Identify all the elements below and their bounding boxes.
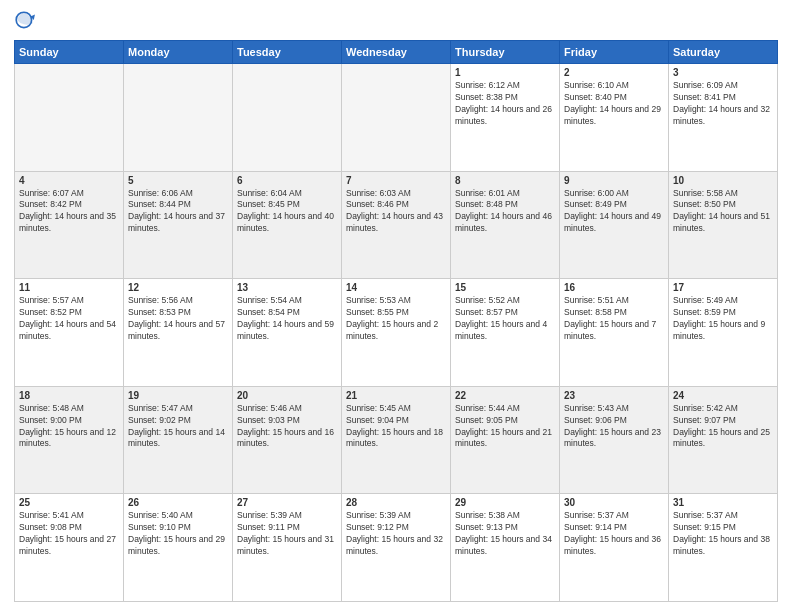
day-info: Sunrise: 5:40 AM Sunset: 9:10 PM Dayligh… — [128, 510, 228, 558]
day-number: 24 — [673, 390, 773, 401]
day-info: Sunrise: 5:53 AM Sunset: 8:55 PM Dayligh… — [346, 295, 446, 343]
calendar-cell: 10Sunrise: 5:58 AM Sunset: 8:50 PM Dayli… — [669, 171, 778, 279]
calendar-cell — [15, 64, 124, 172]
day-number: 29 — [455, 497, 555, 508]
calendar-cell: 29Sunrise: 5:38 AM Sunset: 9:13 PM Dayli… — [451, 494, 560, 602]
calendar-cell: 22Sunrise: 5:44 AM Sunset: 9:05 PM Dayli… — [451, 386, 560, 494]
day-number: 10 — [673, 175, 773, 186]
day-info: Sunrise: 6:04 AM Sunset: 8:45 PM Dayligh… — [237, 188, 337, 236]
calendar-cell: 24Sunrise: 5:42 AM Sunset: 9:07 PM Dayli… — [669, 386, 778, 494]
day-number: 26 — [128, 497, 228, 508]
day-info: Sunrise: 5:57 AM Sunset: 8:52 PM Dayligh… — [19, 295, 119, 343]
day-number: 17 — [673, 282, 773, 293]
day-info: Sunrise: 5:49 AM Sunset: 8:59 PM Dayligh… — [673, 295, 773, 343]
day-info: Sunrise: 5:42 AM Sunset: 9:07 PM Dayligh… — [673, 403, 773, 451]
calendar-cell: 3Sunrise: 6:09 AM Sunset: 8:41 PM Daylig… — [669, 64, 778, 172]
day-info: Sunrise: 5:38 AM Sunset: 9:13 PM Dayligh… — [455, 510, 555, 558]
calendar-cell: 20Sunrise: 5:46 AM Sunset: 9:03 PM Dayli… — [233, 386, 342, 494]
day-number: 1 — [455, 67, 555, 78]
calendar-cell: 17Sunrise: 5:49 AM Sunset: 8:59 PM Dayli… — [669, 279, 778, 387]
day-info: Sunrise: 5:39 AM Sunset: 9:11 PM Dayligh… — [237, 510, 337, 558]
calendar-cell: 12Sunrise: 5:56 AM Sunset: 8:53 PM Dayli… — [124, 279, 233, 387]
day-info: Sunrise: 6:09 AM Sunset: 8:41 PM Dayligh… — [673, 80, 773, 128]
calendar-cell: 4Sunrise: 6:07 AM Sunset: 8:42 PM Daylig… — [15, 171, 124, 279]
calendar-cell: 14Sunrise: 5:53 AM Sunset: 8:55 PM Dayli… — [342, 279, 451, 387]
calendar-cell: 25Sunrise: 5:41 AM Sunset: 9:08 PM Dayli… — [15, 494, 124, 602]
calendar: SundayMondayTuesdayWednesdayThursdayFrid… — [14, 40, 778, 602]
day-info: Sunrise: 5:45 AM Sunset: 9:04 PM Dayligh… — [346, 403, 446, 451]
day-number: 12 — [128, 282, 228, 293]
calendar-cell: 1Sunrise: 6:12 AM Sunset: 8:38 PM Daylig… — [451, 64, 560, 172]
day-number: 19 — [128, 390, 228, 401]
calendar-cell: 19Sunrise: 5:47 AM Sunset: 9:02 PM Dayli… — [124, 386, 233, 494]
calendar-cell — [342, 64, 451, 172]
day-info: Sunrise: 5:54 AM Sunset: 8:54 PM Dayligh… — [237, 295, 337, 343]
day-info: Sunrise: 5:43 AM Sunset: 9:06 PM Dayligh… — [564, 403, 664, 451]
day-info: Sunrise: 5:39 AM Sunset: 9:12 PM Dayligh… — [346, 510, 446, 558]
day-number: 27 — [237, 497, 337, 508]
day-info: Sunrise: 6:00 AM Sunset: 8:49 PM Dayligh… — [564, 188, 664, 236]
day-number: 16 — [564, 282, 664, 293]
day-header-friday: Friday — [560, 41, 669, 64]
calendar-cell: 30Sunrise: 5:37 AM Sunset: 9:14 PM Dayli… — [560, 494, 669, 602]
day-header-sunday: Sunday — [15, 41, 124, 64]
day-number: 7 — [346, 175, 446, 186]
calendar-week-2: 11Sunrise: 5:57 AM Sunset: 8:52 PM Dayli… — [15, 279, 778, 387]
calendar-cell: 5Sunrise: 6:06 AM Sunset: 8:44 PM Daylig… — [124, 171, 233, 279]
calendar-cell: 23Sunrise: 5:43 AM Sunset: 9:06 PM Dayli… — [560, 386, 669, 494]
calendar-cell: 11Sunrise: 5:57 AM Sunset: 8:52 PM Dayli… — [15, 279, 124, 387]
day-info: Sunrise: 6:01 AM Sunset: 8:48 PM Dayligh… — [455, 188, 555, 236]
day-number: 3 — [673, 67, 773, 78]
day-number: 8 — [455, 175, 555, 186]
header — [14, 10, 778, 32]
calendar-week-1: 4Sunrise: 6:07 AM Sunset: 8:42 PM Daylig… — [15, 171, 778, 279]
calendar-cell: 28Sunrise: 5:39 AM Sunset: 9:12 PM Dayli… — [342, 494, 451, 602]
day-number: 21 — [346, 390, 446, 401]
day-number: 31 — [673, 497, 773, 508]
calendar-cell: 13Sunrise: 5:54 AM Sunset: 8:54 PM Dayli… — [233, 279, 342, 387]
day-number: 4 — [19, 175, 119, 186]
day-header-wednesday: Wednesday — [342, 41, 451, 64]
day-number: 25 — [19, 497, 119, 508]
day-info: Sunrise: 5:37 AM Sunset: 9:15 PM Dayligh… — [673, 510, 773, 558]
calendar-cell: 6Sunrise: 6:04 AM Sunset: 8:45 PM Daylig… — [233, 171, 342, 279]
calendar-week-0: 1Sunrise: 6:12 AM Sunset: 8:38 PM Daylig… — [15, 64, 778, 172]
calendar-cell — [124, 64, 233, 172]
calendar-cell: 31Sunrise: 5:37 AM Sunset: 9:15 PM Dayli… — [669, 494, 778, 602]
day-header-tuesday: Tuesday — [233, 41, 342, 64]
day-info: Sunrise: 5:44 AM Sunset: 9:05 PM Dayligh… — [455, 403, 555, 451]
calendar-cell: 21Sunrise: 5:45 AM Sunset: 9:04 PM Dayli… — [342, 386, 451, 494]
day-number: 23 — [564, 390, 664, 401]
day-info: Sunrise: 5:37 AM Sunset: 9:14 PM Dayligh… — [564, 510, 664, 558]
day-info: Sunrise: 5:52 AM Sunset: 8:57 PM Dayligh… — [455, 295, 555, 343]
day-info: Sunrise: 5:46 AM Sunset: 9:03 PM Dayligh… — [237, 403, 337, 451]
day-number: 11 — [19, 282, 119, 293]
calendar-header-row: SundayMondayTuesdayWednesdayThursdayFrid… — [15, 41, 778, 64]
day-info: Sunrise: 5:51 AM Sunset: 8:58 PM Dayligh… — [564, 295, 664, 343]
day-info: Sunrise: 5:58 AM Sunset: 8:50 PM Dayligh… — [673, 188, 773, 236]
day-number: 15 — [455, 282, 555, 293]
day-number: 14 — [346, 282, 446, 293]
day-header-thursday: Thursday — [451, 41, 560, 64]
day-header-monday: Monday — [124, 41, 233, 64]
logo-icon — [14, 10, 36, 32]
day-info: Sunrise: 5:56 AM Sunset: 8:53 PM Dayligh… — [128, 295, 228, 343]
calendar-cell: 18Sunrise: 5:48 AM Sunset: 9:00 PM Dayli… — [15, 386, 124, 494]
day-number: 9 — [564, 175, 664, 186]
day-number: 5 — [128, 175, 228, 186]
day-number: 18 — [19, 390, 119, 401]
day-header-saturday: Saturday — [669, 41, 778, 64]
day-number: 30 — [564, 497, 664, 508]
calendar-week-3: 18Sunrise: 5:48 AM Sunset: 9:00 PM Dayli… — [15, 386, 778, 494]
day-info: Sunrise: 5:41 AM Sunset: 9:08 PM Dayligh… — [19, 510, 119, 558]
day-number: 13 — [237, 282, 337, 293]
logo — [14, 10, 40, 32]
day-info: Sunrise: 6:03 AM Sunset: 8:46 PM Dayligh… — [346, 188, 446, 236]
day-info: Sunrise: 5:48 AM Sunset: 9:00 PM Dayligh… — [19, 403, 119, 451]
calendar-cell: 8Sunrise: 6:01 AM Sunset: 8:48 PM Daylig… — [451, 171, 560, 279]
calendar-cell — [233, 64, 342, 172]
day-number: 28 — [346, 497, 446, 508]
calendar-cell: 16Sunrise: 5:51 AM Sunset: 8:58 PM Dayli… — [560, 279, 669, 387]
day-number: 2 — [564, 67, 664, 78]
day-info: Sunrise: 6:10 AM Sunset: 8:40 PM Dayligh… — [564, 80, 664, 128]
